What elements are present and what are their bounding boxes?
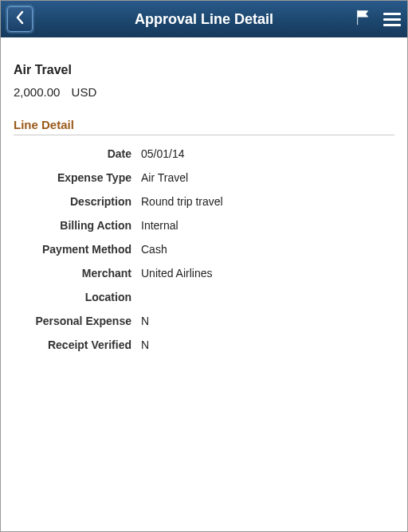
section-title: Line Detail <box>14 118 394 135</box>
hamburger-icon <box>383 13 401 15</box>
value-personal-expense: N <box>141 315 149 327</box>
value-date: 05/01/14 <box>141 147 185 160</box>
back-button[interactable] <box>7 6 33 32</box>
row-location: Location <box>14 285 394 309</box>
row-date: Date 05/01/14 <box>14 142 394 166</box>
summary-amount: 2,000.00 <box>14 85 60 99</box>
label-date: Date <box>14 147 141 160</box>
row-receipt-verified: Receipt Verified N <box>14 333 394 357</box>
label-description: Description <box>14 195 141 208</box>
label-merchant: Merchant <box>14 267 141 280</box>
row-personal-expense: Personal Expense N <box>14 309 394 333</box>
value-description: Round trip travel <box>141 195 223 208</box>
value-billing-action: Internal <box>141 219 178 232</box>
label-expense-type: Expense Type <box>14 171 141 184</box>
value-merchant: United Airlines <box>141 267 213 280</box>
line-detail-table: Date 05/01/14 Expense Type Air Travel De… <box>14 142 394 357</box>
label-location: Location <box>14 291 141 303</box>
row-payment-method: Payment Method Cash <box>14 237 394 261</box>
value-receipt-verified: N <box>141 338 149 351</box>
row-billing-action: Billing Action Internal <box>14 213 394 237</box>
label-payment-method: Payment Method <box>14 243 141 256</box>
chevron-left-icon <box>14 10 26 28</box>
label-billing-action: Billing Action <box>14 219 141 232</box>
header-actions <box>355 9 401 29</box>
menu-button[interactable] <box>383 13 401 26</box>
summary-type: Air Travel <box>14 63 394 77</box>
page-title: Approval Line Detail <box>1 11 407 28</box>
value-expense-type: Air Travel <box>141 171 188 184</box>
row-expense-type: Expense Type Air Travel <box>14 166 394 190</box>
app-header: Approval Line Detail <box>1 1 407 37</box>
content-area: Air Travel 2,000.00 USD Line Detail Date… <box>1 37 407 357</box>
value-payment-method: Cash <box>141 243 167 256</box>
summary-currency: USD <box>72 85 97 99</box>
row-merchant: Merchant United Airlines <box>14 261 394 285</box>
row-description: Description Round trip travel <box>14 190 394 213</box>
summary-amount-row: 2,000.00 USD <box>14 85 394 99</box>
label-personal-expense: Personal Expense <box>14 315 141 327</box>
flag-icon[interactable] <box>355 9 372 29</box>
label-receipt-verified: Receipt Verified <box>14 338 141 351</box>
